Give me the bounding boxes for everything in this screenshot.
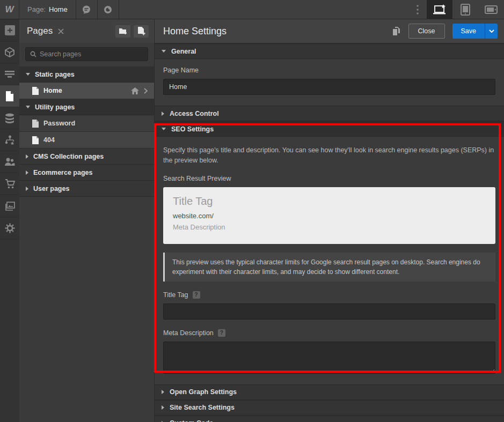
search-result-preview-label: Search Result Preview (163, 175, 495, 182)
page-name-label: Page Name (163, 66, 495, 74)
assets-icon (5, 202, 15, 211)
pages-panel: Pages (19, 19, 155, 422)
section-site-search[interactable]: Site Search Settings (155, 400, 504, 416)
section-label: CMS Collection pages (33, 153, 104, 160)
section-label: General (171, 48, 196, 55)
preview-button[interactable] (98, 0, 119, 19)
caret-right-icon (162, 112, 164, 116)
serp-url: website.com/ (173, 212, 486, 220)
caret-right-icon (26, 171, 28, 175)
cube-icon (5, 47, 14, 57)
duplicate-icon (392, 26, 401, 36)
users-button[interactable] (0, 151, 19, 173)
save-button[interactable]: Save (452, 24, 485, 39)
section-static-pages[interactable]: Static pages (19, 66, 154, 83)
title-tag-input[interactable] (163, 303, 495, 320)
plus-icon (5, 25, 15, 35)
caret-down-icon (26, 106, 30, 108)
serp-title: Title Tag (173, 195, 486, 208)
section-utility-pages[interactable]: Utility pages (19, 99, 154, 115)
caret-right-icon (26, 187, 28, 191)
section-label: Custom Code (170, 419, 213, 422)
pages-search-box (25, 47, 148, 61)
close-pages-panel-button[interactable] (58, 28, 64, 34)
meta-description-label-text: Meta Description (163, 329, 214, 337)
section-label: Access Control (170, 110, 219, 117)
page-name-input[interactable] (163, 79, 495, 95)
page-settings-panel: Home Settings Close Save General (155, 19, 504, 422)
settings-header-actions: Close Save (392, 24, 498, 39)
section-label: Ecommerce pages (33, 169, 92, 176)
section-label: Utility pages (35, 103, 75, 111)
page-row-home[interactable]: Home (19, 83, 154, 99)
comments-icon (82, 5, 91, 14)
section-label: User pages (33, 185, 69, 193)
page-icon (32, 87, 39, 95)
add-folder-button[interactable] (115, 25, 130, 38)
seo-settings-section: SEO Settings Specify this page's title a… (155, 121, 504, 384)
save-button-group: Save (452, 24, 498, 39)
settings-header: Home Settings Close Save (155, 19, 504, 43)
section-open-graph[interactable]: Open Graph Settings (155, 384, 504, 400)
open-settings-chevron[interactable] (144, 88, 148, 94)
duplicate-page-button[interactable] (392, 26, 401, 36)
serp-description: Meta Description (173, 223, 486, 231)
add-page-button[interactable] (134, 25, 149, 38)
webflow-logo[interactable]: W (0, 0, 19, 19)
section-access-control[interactable]: Access Control (155, 106, 504, 121)
page-icon (32, 136, 39, 144)
ecommerce-button[interactable] (0, 173, 19, 195)
desktop-preview-button[interactable] (427, 0, 452, 19)
section-seo-settings[interactable]: SEO Settings (155, 121, 504, 137)
phone-landscape-icon (485, 5, 498, 14)
meta-description-input[interactable] (163, 342, 495, 374)
pages-panel-button[interactable] (0, 85, 19, 107)
save-dropdown-button[interactable] (485, 24, 498, 39)
help-icon[interactable]: ? (218, 329, 225, 337)
caret-down-icon (26, 73, 30, 76)
section-general[interactable]: General (155, 43, 504, 59)
top-bar: W Page: Home (0, 0, 504, 19)
section-cms-collection-pages[interactable]: CMS Collection pages (19, 149, 154, 165)
cms-button[interactable] (0, 107, 19, 129)
page-row-404[interactable]: 404 (19, 132, 154, 149)
pages-panel-title: Pages (27, 26, 53, 36)
tablet-preview-button[interactable] (452, 0, 478, 19)
tablet-icon (460, 4, 471, 16)
seo-body: Specify this page's title and descriptio… (155, 137, 504, 384)
components-button[interactable] (0, 41, 19, 63)
chevron-down-icon (489, 29, 494, 33)
section-label: SEO Settings (171, 125, 214, 133)
section-label: Static pages (35, 71, 75, 78)
assets-button[interactable] (0, 195, 19, 217)
search-input[interactable] (40, 50, 143, 58)
left-toolbar (0, 19, 19, 422)
section-custom-code[interactable]: Custom Code (155, 416, 504, 422)
logic-button[interactable] (0, 129, 19, 151)
phone-preview-button[interactable] (478, 0, 504, 19)
eye-icon (103, 5, 113, 14)
preview-note: This preview uses the typical character … (163, 253, 495, 282)
section-user-pages[interactable]: User pages (19, 181, 154, 197)
settings-title: Home Settings (163, 26, 227, 37)
page-row-password[interactable]: Password (19, 115, 154, 132)
comments-button[interactable] (76, 0, 98, 19)
settings-button[interactable] (0, 217, 19, 239)
close-button[interactable]: Close (408, 24, 445, 39)
navigator-button[interactable] (0, 63, 19, 85)
help-icon[interactable]: ? (193, 291, 200, 299)
page-value: Home (49, 5, 68, 13)
search-icon (30, 51, 36, 57)
current-page-indicator[interactable]: Page: Home (19, 0, 76, 19)
caret-right-icon (26, 154, 28, 159)
home-icon (131, 87, 139, 94)
pages-search-wrap (19, 43, 154, 66)
caret-down-icon (162, 50, 166, 53)
page-label: Page: (27, 5, 46, 13)
more-menu-button[interactable] (408, 0, 427, 19)
add-elements-button[interactable] (0, 19, 19, 41)
section-ecommerce-pages[interactable]: Ecommerce pages (19, 165, 154, 181)
caret-right-icon (162, 405, 164, 410)
pages-header-actions (115, 25, 149, 38)
navigator-icon (5, 70, 14, 78)
